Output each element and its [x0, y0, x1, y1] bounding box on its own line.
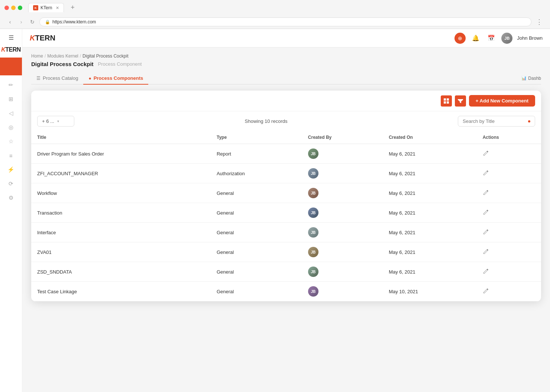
- header-icons: ⊕ 🔔 📅 JB John Brown: [454, 33, 543, 44]
- page-title: Digital Process Cockpit: [31, 61, 94, 67]
- app-shell: ☰ KTERN ✏ ⊞ ◁ ◎ ☆ ≡ ⚡ ⟳ ⚙ KTERN: [0, 29, 550, 392]
- edit-icon[interactable]: [483, 171, 489, 177]
- breadcrumb-sep-2: /: [80, 53, 81, 59]
- edit-icon[interactable]: [483, 190, 489, 197]
- sidebar-icon-send[interactable]: ◁: [4, 107, 18, 120]
- main-content: KTERN ⊕ 🔔 📅 JB John Brown Home / Modules…: [22, 29, 550, 392]
- sidebar-hamburger[interactable]: ☰: [0, 29, 22, 46]
- cell-actions: [477, 223, 541, 242]
- header-logo-k: K: [30, 34, 35, 42]
- top-header: KTERN ⊕ 🔔 📅 JB John Brown: [22, 29, 550, 48]
- sidebar-icon-clock[interactable]: ⟳: [4, 177, 18, 190]
- user-avatar: JB: [308, 208, 318, 218]
- breadcrumb-modules[interactable]: Modules Kernel: [47, 53, 78, 59]
- cell-created-by: JB: [302, 282, 383, 301]
- column-selector-label: + 6 ...: [42, 118, 54, 124]
- sidebar-logo: KTERN: [0, 46, 22, 58]
- user-avatar: JB: [308, 188, 318, 198]
- sidebar-icon-branch[interactable]: ⚡: [4, 163, 18, 176]
- tabs-row: ☰ Process Catalog ● Process Components 📊…: [31, 72, 541, 85]
- table-row: ZVA01 General JB May 6, 2021: [31, 242, 541, 262]
- minimize-dot[interactable]: [11, 6, 16, 10]
- breadcrumb-home[interactable]: Home: [31, 53, 43, 59]
- page-subtitle: Process Component: [98, 61, 142, 67]
- search-box: [458, 116, 535, 127]
- records-count: Showing 10 records: [80, 118, 452, 124]
- tab-title: KTern: [41, 5, 52, 10]
- header-username: John Brown: [517, 35, 543, 41]
- address-bar[interactable]: 🔒 https://www.ktern.com: [39, 17, 531, 26]
- filter-button[interactable]: [455, 95, 466, 107]
- edit-icon[interactable]: [483, 289, 489, 295]
- tab-components[interactable]: ● Process Components: [83, 72, 148, 85]
- cell-created-on: May 10, 2021: [383, 282, 477, 301]
- card-subheader: + 6 ... ▾ Showing 10 records: [31, 111, 541, 131]
- cell-actions: [477, 282, 541, 301]
- col-type: Type: [211, 131, 302, 144]
- header-target-icon[interactable]: ⊕: [454, 33, 466, 44]
- forward-button[interactable]: ›: [17, 18, 25, 26]
- sidebar-icon-list[interactable]: ≡: [4, 149, 18, 162]
- new-tab-button[interactable]: +: [68, 4, 77, 12]
- tab-components-icon: ●: [88, 76, 91, 81]
- cell-type: General: [211, 203, 302, 223]
- sidebar-icon-gear[interactable]: ⚙: [4, 191, 18, 205]
- search-input[interactable]: [463, 118, 525, 124]
- tab-catalog[interactable]: ☰ Process Catalog: [31, 72, 83, 85]
- cell-actions: [477, 183, 541, 203]
- cell-created-on: May 6, 2021: [383, 242, 477, 262]
- header-avatar[interactable]: JB: [501, 33, 512, 44]
- column-selector[interactable]: + 6 ... ▾: [37, 116, 74, 127]
- tab-components-label: Process Components: [94, 75, 143, 81]
- sidebar-icon-star[interactable]: ☆: [4, 135, 18, 148]
- browser-chrome: K KTern ✕ + ‹ › ↻ 🔒 https://www.ktern.co…: [0, 0, 550, 29]
- cell-created-by: JB: [302, 223, 383, 242]
- add-new-component-button[interactable]: + Add New Component: [469, 95, 535, 107]
- cell-type: General: [211, 282, 302, 301]
- table-row: Driver Program for Sales Order Report JB…: [31, 144, 541, 164]
- user-avatar: JB: [308, 227, 318, 238]
- edit-icon[interactable]: [483, 269, 489, 275]
- browser-more-icon[interactable]: ⋮: [534, 18, 544, 26]
- svg-rect-3: [447, 101, 449, 104]
- cell-title: Workflow: [31, 183, 211, 203]
- cell-title: Interface: [31, 223, 211, 242]
- cell-type: General: [211, 242, 302, 262]
- sidebar-icon-circle[interactable]: ◎: [4, 121, 18, 134]
- edit-icon[interactable]: [483, 210, 489, 216]
- col-created-on: Created On: [383, 131, 477, 144]
- close-dot[interactable]: [4, 6, 9, 10]
- header-bell-icon[interactable]: 🔔: [470, 33, 481, 44]
- main-card: + Add New Component + 6 ... ▾ Showing 10…: [31, 91, 541, 301]
- table-row: Interface General JB May 6, 2021: [31, 223, 541, 242]
- sidebar-icon-edit[interactable]: ✏: [4, 78, 18, 92]
- cell-created-by: JB: [302, 144, 383, 164]
- table-header-row: Title Type Created By Created On Actions: [31, 131, 541, 144]
- tab-catalog-label: Process Catalog: [43, 75, 78, 81]
- cell-title: ZVA01: [31, 242, 211, 262]
- cell-created-on: May 6, 2021: [383, 144, 477, 164]
- edit-icon[interactable]: [483, 230, 489, 236]
- refresh-button[interactable]: ↻: [28, 18, 36, 26]
- user-avatar: JB: [308, 247, 318, 257]
- user-avatar: JB: [308, 168, 318, 179]
- data-table: Title Type Created By Created On Actions…: [31, 131, 541, 301]
- edit-icon[interactable]: [483, 249, 489, 256]
- browser-titlebar: K KTern ✕ +: [0, 0, 550, 15]
- grid-view-button[interactable]: [441, 95, 452, 107]
- chevron-down-icon: ▾: [57, 119, 59, 123]
- cell-type: General: [211, 183, 302, 203]
- header-calendar-icon[interactable]: 📅: [486, 33, 497, 44]
- maximize-dot[interactable]: [18, 6, 22, 10]
- dashboard-link[interactable]: 📊 Dashb: [521, 76, 541, 81]
- sidebar-icon-grid[interactable]: ⊞: [4, 92, 18, 106]
- breadcrumb: Home / Modules Kernel / Digital Process …: [31, 53, 541, 59]
- browser-tab[interactable]: K KTern ✕: [28, 3, 64, 12]
- table-row: Transaction General JB May 6, 2021: [31, 203, 541, 223]
- edit-icon[interactable]: [483, 151, 489, 157]
- tab-close-icon[interactable]: ✕: [56, 6, 59, 10]
- back-button[interactable]: ‹: [6, 18, 14, 26]
- cell-actions: [477, 144, 541, 164]
- cell-created-on: May 6, 2021: [383, 183, 477, 203]
- page-title-row: Digital Process Cockpit Process Componen…: [31, 61, 541, 67]
